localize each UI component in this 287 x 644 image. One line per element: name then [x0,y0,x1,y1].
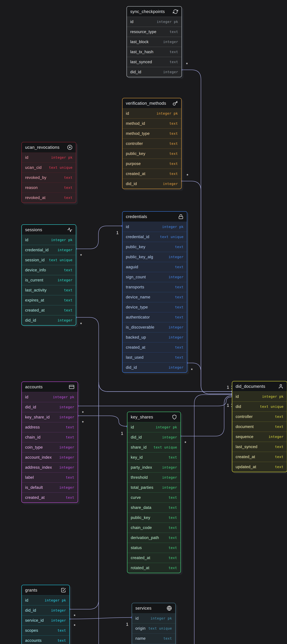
field-row-id[interactable]: idinteger pk [122,222,187,232]
entity-table-key_shares[interactable]: key_shares idinteger pkdid_idintegershar… [127,412,181,573]
field-row-did_id[interactable]: did_idinteger [122,179,181,189]
field-row-reason[interactable]: reasontext [22,182,76,192]
field-row-device_name[interactable]: device_nametext [122,292,187,302]
entity-table-sync_checkpoints[interactable]: sync_checkpoints idinteger pkresource_ty… [126,6,182,77]
field-row-share_data[interactable]: share_datatext [128,502,180,512]
field-row-threshold[interactable]: thresholdinteger [128,472,180,482]
field-row-party_index[interactable]: party_indexinteger [128,462,180,472]
field-row-credential_id[interactable]: credential_idtext unique [122,232,187,242]
field-row-key_share_id[interactable]: key_share_idinteger [22,412,78,422]
field-row-public_key[interactable]: public_keytext [122,148,181,158]
field-row-scopes[interactable]: scopestext [22,625,70,635]
table-header[interactable]: sync_checkpoints [127,6,182,17]
field-row-label[interactable]: labeltext [22,472,78,482]
field-row-id[interactable]: idinteger pk [22,153,76,162]
field-row-id[interactable]: idinteger pk [22,235,76,245]
relationship-edge-credentials.did_id-did_documents.id[interactable] [186,363,232,394]
field-row-last_tx_hash[interactable]: last_tx_hashtext [127,47,182,57]
table-header[interactable]: credentials [122,212,187,222]
field-row-share_id[interactable]: share_idtext unique [128,442,180,452]
field-row-is_default[interactable]: is_defaultinteger [22,482,78,492]
field-row-controller[interactable]: controllertext [232,412,287,422]
field-row-name[interactable]: nametext [132,633,175,643]
field-row-updated_at[interactable]: updated_attext [232,462,287,472]
field-row-purpose[interactable]: purposetext [122,158,181,168]
table-header[interactable]: ucan_revocations [22,142,76,153]
field-row-description[interactable]: descriptiontext [132,643,175,644]
table-header[interactable]: grants [22,585,70,596]
field-row-coin_type[interactable]: coin_typeinteger [22,442,78,452]
relationship-edge-verification_methods.did_id-did_documents.id[interactable] [181,181,232,394]
field-row-derivation_path[interactable]: derivation_pathtext [128,532,180,543]
field-row-chain_id[interactable]: chain_idtext [22,432,78,442]
field-row-ucan_cid[interactable]: ucan_cidtext unique [22,162,76,172]
field-row-did_id[interactable]: did_idinteger [22,315,76,325]
field-row-last_activity[interactable]: last_activitytext [22,285,76,295]
field-row-public_key_alg[interactable]: public_key_alginteger [122,252,187,262]
entity-table-did_documents[interactable]: did_documents idinteger pkdidtext unique… [232,381,287,472]
table-header[interactable]: did_documents [232,382,287,392]
relationship-edge-accounts.did_id-did_documents.id[interactable] [77,397,232,406]
field-row-did_id[interactable]: did_idinteger [128,432,180,442]
table-header[interactable]: sessions [22,225,76,235]
field-row-created_at[interactable]: created_attext [22,492,78,502]
entity-table-sessions[interactable]: sessions idinteger pkcredential_idintege… [22,224,76,326]
field-row-created_at[interactable]: created_attext [122,342,187,352]
field-row-rotated_at[interactable]: rotated_attext [128,563,180,573]
field-row-method_type[interactable]: method_typetext [122,128,181,138]
entity-table-grants[interactable]: grants idinteger pkdid_idintegerservice_… [22,585,70,644]
field-row-device_type[interactable]: device_typetext [122,302,187,312]
field-row-created_at[interactable]: created_attext [128,553,180,563]
table-header[interactable]: accounts [22,382,78,392]
field-row-aaguid[interactable]: aaguidtext [122,262,187,272]
table-header[interactable]: verification_methods [122,98,181,108]
field-row-id[interactable]: idinteger pk [232,392,287,402]
relationship-edge-accounts.key_share_id-key_shares.id[interactable] [77,416,127,426]
relationship-edge-grants.service_id-services.id[interactable] [69,618,132,619]
field-row-device_info[interactable]: device_infotext [22,265,76,275]
relationship-edge-sessions.credential_id-credentials.id[interactable] [76,226,122,249]
field-row-is_current[interactable]: is_currentinteger [22,275,76,285]
entity-table-accounts[interactable]: accounts idinteger pkdid_idintegerkey_sh… [22,382,78,503]
entity-table-verification_methods[interactable]: verification_methods idinteger pkmethod_… [122,98,182,189]
field-row-did_id[interactable]: did_idinteger [22,605,70,615]
field-row-last_block[interactable]: last_blockinteger [127,37,182,47]
field-row-session_id[interactable]: session_idtext unique [22,255,76,265]
field-row-did_id[interactable]: did_idinteger [122,362,187,372]
field-row-public_key[interactable]: public_keytext [122,242,187,252]
field-row-address_index[interactable]: address_indexinteger [22,462,78,472]
field-row-method_id[interactable]: method_idtext [122,118,181,128]
field-row-accounts[interactable]: accountstext [22,635,70,644]
field-row-status[interactable]: statustext [128,543,180,553]
field-row-account_index[interactable]: account_indexinteger [22,452,78,462]
entity-table-services[interactable]: services idinteger pkorigintext uniquena… [132,603,176,644]
field-row-did_id[interactable]: did_idinteger [22,402,78,412]
field-row-created_at[interactable]: created_attext [232,452,287,462]
field-row-controller[interactable]: controllertext [122,138,181,148]
field-row-origin[interactable]: origintext unique [132,623,175,633]
field-row-address[interactable]: addresstext [22,422,78,432]
relationship-edge-ucan_tokens.did_id-did_documents.id[interactable] [178,395,232,644]
field-row-credential_id[interactable]: credential_idinteger [22,245,76,255]
relationship-edge-sync_checkpoints.did_id-did_documents.id[interactable] [181,70,232,394]
entity-table-ucan_revocations[interactable]: ucan_revocations idinteger pkucan_cidtex… [22,142,76,203]
field-row-service_id[interactable]: service_idinteger [22,615,70,625]
field-row-backed_up[interactable]: backed_upinteger [122,332,187,342]
field-row-expires_at[interactable]: expires_attext [22,295,76,305]
field-row-id[interactable]: idinteger pk [22,596,70,605]
field-row-revoked_by[interactable]: revoked_bytext [22,172,76,182]
field-row-last_synced[interactable]: last_syncedtext [127,57,182,67]
field-row-sequence[interactable]: sequenceinteger [232,432,287,442]
field-row-resource_type[interactable]: resource_typetext [127,27,182,37]
field-row-total_parties[interactable]: total_partiesinteger [128,482,180,492]
field-row-public_key[interactable]: public_keytext [128,512,180,522]
field-row-created_at[interactable]: created_attext [22,305,76,315]
field-row-created_at[interactable]: created_attext [122,168,181,179]
entity-table-credentials[interactable]: credentials idinteger pkcredential_idtex… [122,211,187,373]
field-row-is_discoverable[interactable]: is_discoverableinteger [122,322,187,332]
field-row-revoked_at[interactable]: revoked_attext [22,192,76,202]
field-row-curve[interactable]: curvetext [128,492,180,502]
field-row-did_id[interactable]: did_idinteger [127,67,182,77]
field-row-id[interactable]: idinteger pk [127,17,182,27]
field-row-id[interactable]: idinteger pk [22,392,78,402]
